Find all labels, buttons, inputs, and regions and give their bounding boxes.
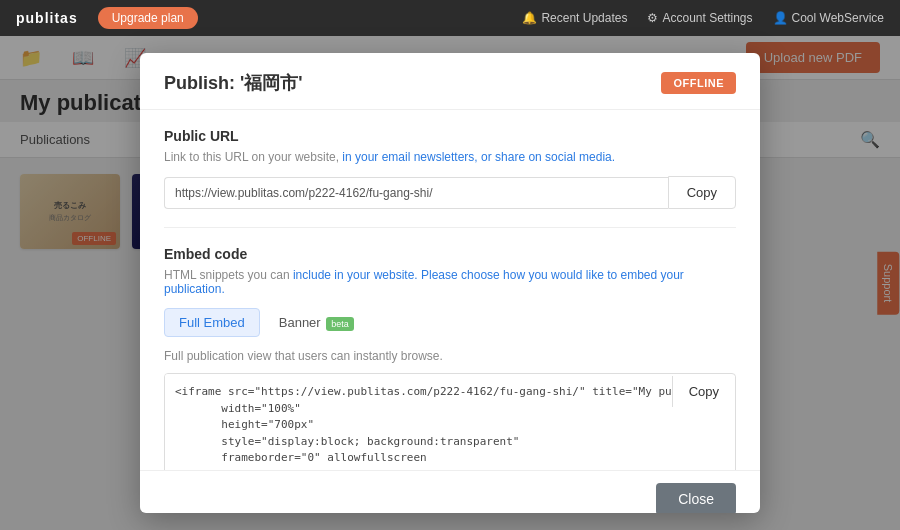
embed-code-desc: HTML snippets you can include in your we… <box>164 268 736 296</box>
embed-code-section: Embed code HTML snippets you can include… <box>140 228 760 470</box>
recent-updates-nav[interactable]: 🔔 Recent Updates <box>522 11 627 25</box>
recent-updates-label: Recent Updates <box>541 11 627 25</box>
user-label: Cool WebService <box>792 11 884 25</box>
bell-icon: 🔔 <box>522 11 537 25</box>
gear-icon: ⚙ <box>647 11 658 25</box>
public-url-section: Public URL Link to this URL on your webs… <box>140 110 760 227</box>
modal-header: Publish: '福岡市' OFFLINE <box>140 53 760 110</box>
public-url-input[interactable] <box>164 177 668 209</box>
close-button[interactable]: Close <box>656 483 736 513</box>
beta-badge: beta <box>326 317 354 331</box>
embed-code-text: <iframe src="https://view.publitas.com/p… <box>175 385 672 470</box>
tab-description: Full publication view that users can ins… <box>164 349 736 363</box>
embed-code-display: <iframe src="https://view.publitas.com/p… <box>165 374 672 470</box>
modal-offline-badge: OFFLINE <box>661 72 736 94</box>
upgrade-button[interactable]: Upgrade plan <box>98 7 198 29</box>
tab-banner[interactable]: Banner beta <box>264 308 369 337</box>
user-icon: 👤 <box>773 11 788 25</box>
modal-title: Publish: '福岡市' <box>164 71 303 95</box>
embed-code-row: <iframe src="https://view.publitas.com/p… <box>164 373 736 470</box>
logo: publitas <box>16 10 78 26</box>
embed-tabs: Full Embed Banner beta <box>164 308 736 337</box>
public-url-desc: Link to this URL on your website, in you… <box>164 150 736 164</box>
account-settings-nav[interactable]: ⚙ Account Settings <box>647 11 752 25</box>
url-row: Copy <box>164 176 736 209</box>
banner-tab-label: Banner <box>279 315 321 330</box>
public-url-title: Public URL <box>164 128 736 144</box>
tab-full-embed[interactable]: Full Embed <box>164 308 260 337</box>
copy-url-button[interactable]: Copy <box>668 176 736 209</box>
topnav-right: 🔔 Recent Updates ⚙ Account Settings 👤 Co… <box>522 11 884 25</box>
modal-scroll-area[interactable]: Public URL Link to this URL on your webs… <box>140 110 760 470</box>
copy-embed-button[interactable]: Copy <box>672 376 735 407</box>
top-navigation: publitas Upgrade plan 🔔 Recent Updates ⚙… <box>0 0 900 36</box>
main-area: 📁 📖 📈 Upload new PDF My publications Pub… <box>0 36 900 530</box>
embed-code-title: Embed code <box>164 246 736 262</box>
modal-footer: Close <box>140 470 760 513</box>
account-settings-label: Account Settings <box>662 11 752 25</box>
user-nav[interactable]: 👤 Cool WebService <box>773 11 884 25</box>
publish-modal: Publish: '福岡市' OFFLINE Public URL Link t… <box>140 53 760 513</box>
